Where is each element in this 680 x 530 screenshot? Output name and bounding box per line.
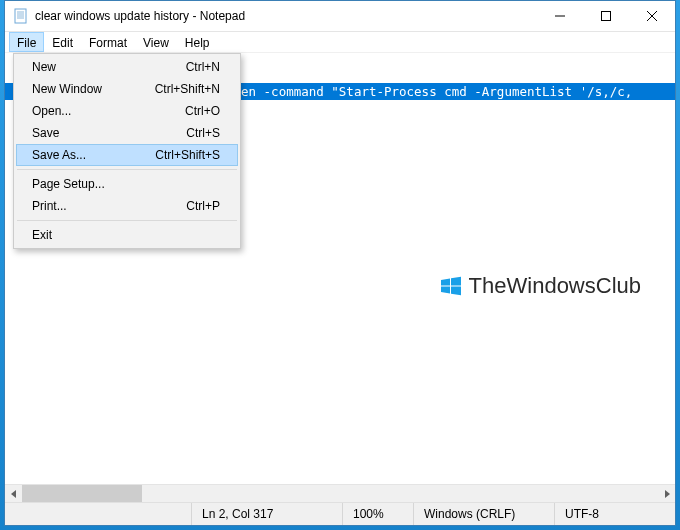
menu-new-window[interactable]: New Window Ctrl+Shift+N [16,78,238,100]
horizontal-scrollbar[interactable] [5,484,675,502]
menu-file[interactable]: File [9,32,44,52]
menu-print[interactable]: Print... Ctrl+P [16,195,238,217]
status-encoding: UTF-8 [554,503,675,525]
windows-logo-icon [439,274,463,298]
svg-marker-14 [665,490,670,498]
scroll-thumb[interactable] [22,485,142,502]
window-title: clear windows update history - Notepad [35,9,537,23]
svg-marker-10 [451,277,461,286]
notepad-icon [13,8,29,24]
menu-separator [17,169,237,170]
svg-marker-9 [441,279,450,286]
statusbar: Ln 2, Col 317 100% Windows (CRLF) UTF-8 [5,502,675,525]
menu-save-as[interactable]: Save As... Ctrl+Shift+S [16,144,238,166]
menu-new[interactable]: New Ctrl+N [16,56,238,78]
status-zoom: 100% [342,503,413,525]
maximize-button[interactable] [583,1,629,31]
menu-exit[interactable]: Exit [16,224,238,246]
watermark-text: TheWindowsClub [469,273,641,299]
menu-edit[interactable]: Edit [44,32,81,52]
close-button[interactable] [629,1,675,31]
status-line-ending: Windows (CRLF) [413,503,554,525]
status-position: Ln 2, Col 317 [191,503,342,525]
scroll-left-button[interactable] [5,485,22,502]
menu-save[interactable]: Save Ctrl+S [16,122,238,144]
svg-marker-13 [11,490,16,498]
scroll-right-button[interactable] [658,485,675,502]
scroll-track[interactable] [22,485,658,502]
svg-marker-11 [441,287,450,294]
svg-rect-6 [602,12,611,21]
minimize-button[interactable] [537,1,583,31]
menu-page-setup[interactable]: Page Setup... [16,173,238,195]
file-menu-dropdown: New Ctrl+N New Window Ctrl+Shift+N Open.… [13,53,241,249]
menu-open[interactable]: Open... Ctrl+O [16,100,238,122]
notepad-window: clear windows update history - Notepad F… [4,0,676,526]
menu-separator [17,220,237,221]
titlebar: clear windows update history - Notepad [5,1,675,32]
watermark: TheWindowsClub [439,273,641,299]
menubar: File Edit Format View Help [5,32,675,53]
menu-help[interactable]: Help [177,32,218,52]
window-controls [537,1,675,31]
svg-marker-12 [451,287,461,296]
menu-format[interactable]: Format [81,32,135,52]
menu-view[interactable]: View [135,32,177,52]
